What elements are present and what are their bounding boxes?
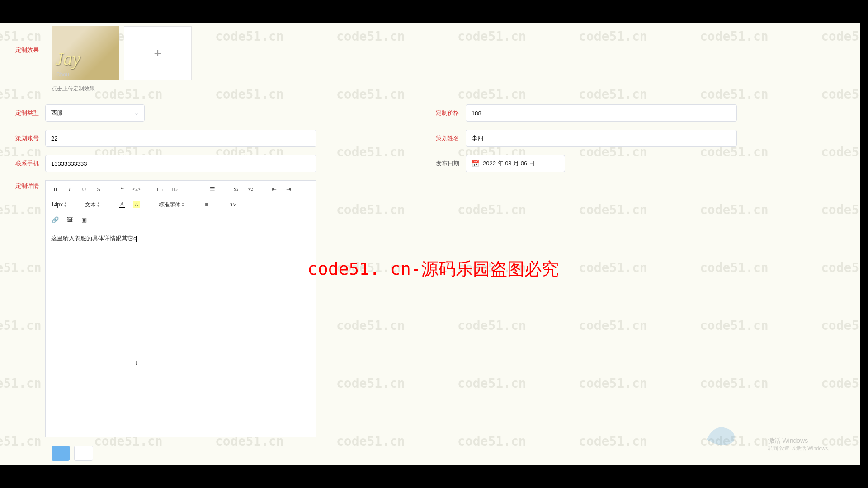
ordered-list-button[interactable]: ≡ <box>193 184 203 194</box>
plan-account-field[interactable] <box>51 135 311 142</box>
contact-phone-field[interactable] <box>51 160 311 167</box>
plan-name-field[interactable] <box>472 135 731 142</box>
editor-content[interactable]: 这里输入衣服的具体详情跟其它d <box>46 229 316 437</box>
custom-type-value: 西服 <box>51 109 63 117</box>
italic-button[interactable]: I <box>65 184 75 194</box>
label-custom-price: 定制价格 <box>420 109 466 117</box>
label-contact-phone: 联系手机 <box>0 160 45 168</box>
label-custom-effect: 定制效果 <box>0 46 45 54</box>
font-family-select[interactable]: 标准字体 ▲▼ <box>158 201 185 209</box>
chevron-down-icon: ⌄ <box>134 110 139 116</box>
outdent-button[interactable]: ⇤ <box>269 184 279 194</box>
label-publish-date: 发布日期 <box>420 160 466 168</box>
submit-button[interactable] <box>52 446 70 461</box>
form-buttons <box>52 446 860 461</box>
video-button[interactable]: ▣ <box>79 215 89 225</box>
text-caret <box>136 236 137 242</box>
strike-button[interactable]: S <box>94 184 104 194</box>
label-custom-type: 定制类型 <box>0 109 45 117</box>
indent-button[interactable]: ⇥ <box>283 184 293 194</box>
label-plan-name: 策划姓名 <box>420 134 466 142</box>
thumb-text-jay: Jay <box>52 47 119 71</box>
custom-type-select[interactable]: 西服 ⌄ <box>45 104 145 122</box>
subscript-button[interactable]: x2 <box>231 184 241 194</box>
custom-price-field[interactable] <box>472 110 731 117</box>
code-button[interactable]: </> <box>132 184 142 194</box>
letterbox-top <box>0 0 868 23</box>
unordered-list-button[interactable]: ☰ <box>208 184 217 194</box>
cancel-button[interactable] <box>74 446 93 461</box>
bold-button[interactable]: B <box>50 184 60 194</box>
image-button[interactable]: 🖼 <box>65 215 75 225</box>
upload-hint: 点击上传定制效果 <box>52 85 860 93</box>
upload-add-button[interactable]: + <box>124 26 192 80</box>
underline-button[interactable]: U <box>79 184 89 194</box>
rich-text-editor: B I U S ❝ </> H₁ H₂ ≡ ☰ x2 x2 <box>45 180 316 437</box>
plus-icon: + <box>154 46 162 61</box>
uploaded-image-thumb[interactable]: Jay Chou <box>52 26 119 80</box>
font-size-select[interactable]: 14px ▲▼ <box>50 202 68 208</box>
letterbox-bottom <box>0 465 868 488</box>
contact-phone-input[interactable] <box>45 155 316 172</box>
label-plan-account: 策划账号 <box>0 134 45 142</box>
clear-format-button[interactable]: Tx <box>228 200 238 210</box>
i-beam-cursor-icon: I <box>136 359 137 366</box>
form-panel: code51.cncode51.cncode51.cncode51.cncode… <box>0 23 860 465</box>
editor-text: 这里输入衣服的具体详情跟其它d <box>51 235 137 242</box>
calendar-icon: 📅 <box>472 160 479 167</box>
h2-button[interactable]: H₂ <box>170 184 179 194</box>
publish-date-value: 2022 年 03 月 06 日 <box>483 160 535 168</box>
superscript-button[interactable]: x2 <box>245 184 255 194</box>
activate-line1: 激活 Windows <box>768 437 833 445</box>
thumb-text-chou: Chou <box>52 71 119 80</box>
font-color-button[interactable]: A <box>117 200 127 210</box>
block-format-select[interactable]: 文本 ▲▼ <box>84 201 101 209</box>
activate-line2: 转到"设置"以激活 Windows。 <box>768 445 833 452</box>
background-color-button[interactable]: A <box>132 200 142 210</box>
custom-price-input[interactable] <box>466 104 737 122</box>
align-button[interactable]: ≡ <box>202 200 212 210</box>
publish-date-input[interactable]: 📅 2022 年 03 月 06 日 <box>466 155 565 172</box>
plan-account-input[interactable] <box>45 130 316 147</box>
blockquote-button[interactable]: ❝ <box>117 184 127 194</box>
plan-name-input[interactable] <box>466 130 737 147</box>
label-custom-detail: 定制详情 <box>0 180 45 190</box>
link-button[interactable]: 🔗 <box>50 215 60 225</box>
editor-toolbar: B I U S ❝ </> H₁ H₂ ≡ ☰ x2 x2 <box>46 181 316 229</box>
h1-button[interactable]: H₁ <box>155 184 165 194</box>
letterbox-right <box>860 0 868 488</box>
activate-windows-overlay: 激活 Windows 转到"设置"以激活 Windows。 <box>768 437 833 452</box>
